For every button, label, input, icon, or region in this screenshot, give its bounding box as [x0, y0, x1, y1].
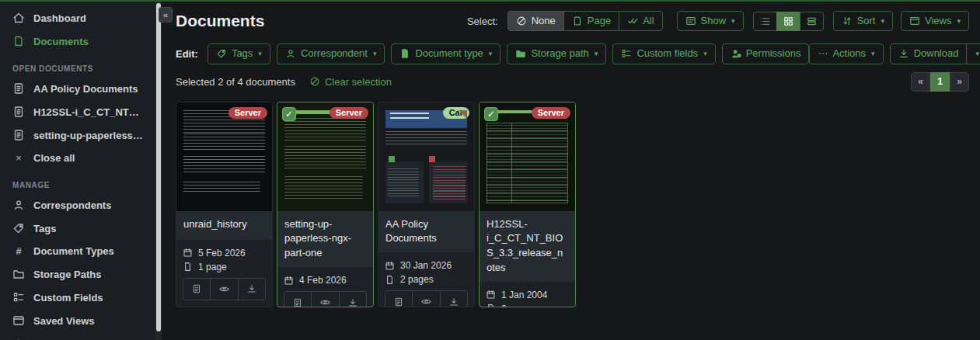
show-dropdown[interactable]: Show ▾	[677, 11, 744, 31]
sidebar-item-documents[interactable]: Documents	[0, 29, 155, 53]
calendar-icon	[183, 248, 193, 258]
open-document-button[interactable]	[183, 279, 211, 300]
edit-correspondent-dropdown[interactable]: Correspondent ▾	[277, 43, 385, 64]
select-all-button[interactable]: All	[619, 11, 662, 31]
open-documents-header: OPEN DOCUMENTS	[0, 53, 155, 77]
card-action-group	[284, 291, 367, 307]
thumbnail-preview	[284, 110, 366, 203]
sidebar-item-dashboard[interactable]: Dashboard	[0, 6, 155, 29]
pagination-page-1[interactable]: 1	[930, 72, 950, 92]
chevron-down-icon: ▾	[703, 50, 707, 58]
file-text-icon	[191, 283, 202, 294]
view-toggle-group	[753, 12, 824, 31]
sidebar-item-document-types[interactable]: # Document Types	[0, 240, 155, 262]
download-button[interactable]: Download	[890, 43, 968, 64]
document-title[interactable]: AA Policy Documents	[378, 211, 474, 253]
file-text-icon	[393, 297, 404, 307]
document-thumbnail[interactable]: ✓ Server	[277, 102, 373, 211]
select-none-button[interactable]: None	[507, 11, 564, 31]
edit-document-type-dropdown[interactable]: Document type ▾	[391, 43, 500, 64]
open-document-button[interactable]	[385, 291, 413, 307]
tag-badge[interactable]: Server	[228, 107, 267, 119]
preview-document-button[interactable]	[413, 291, 440, 307]
clear-selection-link[interactable]: Clear selection	[309, 76, 392, 88]
sort-dropdown[interactable]: Sort ▾	[833, 11, 893, 31]
calendar-icon	[486, 290, 496, 300]
chevron-down-icon: ▾	[595, 50, 598, 58]
sidebar: Dashboard Documents OPEN DOCUMENTS AA Po…	[0, 2, 155, 340]
sidebar-item-workflows[interactable]: Workflows	[0, 332, 155, 340]
sidebar-item-label: Custom Fields	[33, 292, 103, 304]
close-all-button[interactable]: × Close all	[0, 147, 155, 169]
document-title[interactable]: setting-up-paperless-ngx-part-one	[277, 211, 373, 268]
pagination-prev-button[interactable]: «	[911, 72, 930, 92]
document-title[interactable]: unraid_history	[176, 211, 272, 240]
open-document-item[interactable]: H12SSL-i_C_CT_NT_BIOS_3.3_rele...	[0, 100, 155, 123]
document-title[interactable]: H12SSL-i_C_CT_NT_BIOS_3.3_release_notes	[480, 211, 575, 282]
document-card[interactable]: Server unraid_history 5 Feb 2026 1 page	[176, 102, 273, 307]
tag-badge[interactable]: Server	[532, 107, 570, 119]
pagination: « 1 »	[911, 72, 969, 92]
sidebar-item-label: Document Types	[33, 245, 114, 257]
edit-tags-dropdown[interactable]: Tags ▾	[208, 43, 270, 64]
file-text-icon	[292, 297, 303, 307]
list-view-button[interactable]	[753, 12, 777, 31]
card-text-icon	[685, 16, 696, 26]
chevron-down-icon: ▾	[881, 17, 884, 26]
scrollbar-thumb[interactable]	[156, 3, 161, 331]
download-icon	[246, 283, 257, 294]
page-title: Documents	[176, 12, 264, 30]
tag-badge[interactable]: Car	[443, 107, 469, 119]
open-document-button[interactable]	[284, 292, 312, 307]
sidebar-item-tags[interactable]: Tags	[0, 217, 155, 240]
folder-icon	[515, 48, 526, 59]
person-icon	[285, 48, 296, 59]
card-action-group	[183, 278, 266, 300]
document-thumbnail[interactable]: ✓ Server	[480, 102, 575, 211]
grid-view-button[interactable]	[776, 12, 800, 31]
open-document-item[interactable]: AA Policy Documents	[0, 77, 155, 100]
sidebar-item-label: Tags	[33, 223, 56, 234]
actions-dropdown[interactable]: ⋯ Actions ▾	[809, 43, 883, 64]
detail-view-button[interactable]	[800, 12, 824, 31]
sidebar-item-saved-views[interactable]: Saved Views	[0, 309, 155, 332]
selected-checkbox[interactable]: ✓	[282, 107, 296, 121]
document-thumbnail[interactable]: Car	[378, 102, 474, 211]
edit-storage-path-dropdown[interactable]: Storage path ▾	[507, 43, 606, 64]
download-document-button[interactable]	[441, 291, 467, 307]
sidebar-item-storage-paths[interactable]: Storage Paths	[0, 262, 155, 286]
download-options-button[interactable]: ▾	[966, 43, 980, 64]
download-document-button[interactable]	[239, 279, 265, 300]
sidebar-item-custom-fields[interactable]: Custom Fields	[0, 286, 155, 309]
views-dropdown[interactable]: Views ▾	[901, 11, 969, 31]
sidebar-scrollbar[interactable]	[155, 2, 162, 340]
sidebar-collapse-button[interactable]: «	[159, 7, 173, 23]
file-icon	[399, 48, 410, 59]
edit-permissions-button[interactable]: Permissions	[722, 43, 810, 64]
document-thumbnail[interactable]: Server	[176, 102, 272, 211]
tag-icon	[12, 222, 25, 234]
preview-document-button[interactable]	[312, 292, 339, 307]
file-icon	[572, 16, 583, 26]
document-card[interactable]: Car AA Policy Documents 30 Jan 2026 2 pa…	[378, 102, 475, 307]
preview-document-button[interactable]	[211, 279, 238, 300]
ui-checks-icon	[621, 48, 632, 59]
slash-circle-icon	[309, 76, 320, 87]
document-card[interactable]: ✓ Server H12SSL-i_C_CT_NT_BIOS_3.3_relea…	[479, 102, 576, 307]
journal-text-icon	[12, 129, 25, 141]
edit-custom-fields-dropdown[interactable]: Custom fields ▾	[612, 43, 715, 64]
sidebar-item-correspondents[interactable]: Correspondents	[0, 193, 155, 217]
tag-badge[interactable]: Server	[330, 107, 368, 119]
document-card[interactable]: ✓ Server setting-up-paperless-ngx-part-o…	[277, 102, 374, 307]
ui-checks-icon	[12, 291, 25, 304]
pagination-next-button[interactable]: »	[950, 72, 969, 92]
open-document-label: H12SSL-i_C_CT_NT_BIOS_3.3_rele...	[33, 106, 143, 118]
download-document-button[interactable]	[340, 292, 366, 307]
thumbnail-preview	[183, 110, 265, 203]
select-page-button[interactable]: Page	[563, 11, 619, 31]
person-lock-icon	[731, 48, 741, 59]
selected-checkbox[interactable]: ✓	[484, 107, 498, 121]
download-split-button: Download ▾	[890, 43, 980, 64]
house-icon	[12, 12, 25, 24]
open-document-item[interactable]: setting-up-paperless-ngx-part-one	[0, 123, 155, 147]
